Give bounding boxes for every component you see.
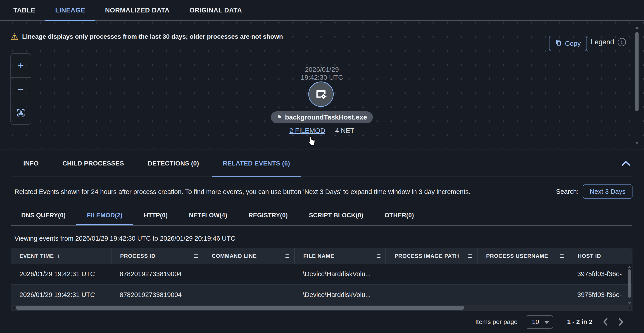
process-name: backgroundTaskHost.exe xyxy=(285,113,367,121)
viewing-range-text: Viewing events from 2026/01/29 19:42:30 … xyxy=(14,235,644,242)
scroll-right-arrow[interactable] xyxy=(628,306,631,310)
table-vertical-scrollbar[interactable] xyxy=(628,265,631,304)
tab-info[interactable]: INFO xyxy=(12,149,50,177)
mouse-pointer-hand-icon xyxy=(306,134,319,148)
pagination-range: 1 - 2 in 2 xyxy=(567,318,592,325)
table-horizontal-scrollbar[interactable] xyxy=(11,305,632,310)
tab-netflow[interactable]: NETFLOW(4) xyxy=(178,205,238,226)
fit-graph-icon xyxy=(16,108,26,118)
fit-to-view-button[interactable] xyxy=(11,101,31,124)
column-menu-icon[interactable] xyxy=(468,254,472,258)
event-type-tab-bar: DNS QUERY(0) FILEMOD(2) HTTP(0) NETFLOW(… xyxy=(0,205,644,226)
page-size-value: 10 xyxy=(532,318,539,325)
dropdown-caret-icon xyxy=(544,321,549,324)
scroll-up-arrow[interactable] xyxy=(636,26,638,29)
chevron-left-icon xyxy=(602,318,608,326)
copy-button[interactable]: Copy xyxy=(549,36,587,51)
process-event-links: 2 FILEMOD 4 NET xyxy=(289,127,354,134)
column-header-file-name[interactable]: FILE NAME xyxy=(294,248,386,264)
tab-dns-query[interactable]: DNS QUERY(0) xyxy=(11,205,76,226)
events-table: EVENT TIME ↓ PROCESS ID COMMAND LINE FIL… xyxy=(11,248,632,311)
tab-script-block[interactable]: SCRIPT BLOCK(0) xyxy=(298,205,374,226)
tab-table[interactable]: TABLE xyxy=(4,0,45,21)
items-per-page-label: Items per page xyxy=(475,318,518,325)
process-lineage-view: TABLE LINEAGE NORMALIZED DATA ORIGINAL D… xyxy=(0,0,644,333)
process-window-gear-icon xyxy=(315,88,327,101)
copy-button-label: Copy xyxy=(565,40,581,47)
scroll-left-arrow[interactable] xyxy=(12,306,14,310)
legend-group: Legend i xyxy=(591,38,626,46)
process-name-pill[interactable]: ⚑ backgroundTaskHost.exe xyxy=(271,111,373,123)
zoom-in-button[interactable]: + xyxy=(11,54,31,77)
column-header-event-time[interactable]: EVENT TIME ↓ xyxy=(11,248,111,264)
search-label: Search: xyxy=(556,188,579,195)
chevron-up-icon xyxy=(622,160,630,166)
tab-lineage[interactable]: LINEAGE xyxy=(45,0,95,21)
zoom-controls: + − xyxy=(10,53,31,125)
tab-detections[interactable]: DETECTIONS (0) xyxy=(137,149,210,177)
tab-normalized-data[interactable]: NORMALIZED DATA xyxy=(95,0,180,21)
column-header-process-id[interactable]: PROCESS ID xyxy=(111,248,203,264)
scrollbar-thumb[interactable] xyxy=(628,269,631,298)
process-node-timestamp: 2026/01/29 19:42:30 UTC xyxy=(277,66,367,81)
chevron-right-icon xyxy=(618,318,624,326)
tab-filemod[interactable]: FILEMOD(2) xyxy=(76,205,133,226)
sort-descending-icon: ↓ xyxy=(57,252,60,260)
warning-triangle-icon: ⚠ xyxy=(10,32,18,41)
cell-process-id: 87820192733819004 xyxy=(111,291,203,298)
legend-label: Legend xyxy=(591,38,614,46)
lineage-warning: ⚠ Lineage displays only processes from t… xyxy=(10,32,283,41)
legend-info-icon[interactable]: i xyxy=(618,38,626,46)
warning-text: Lineage displays only processes from the… xyxy=(22,33,283,40)
cell-file-name: \Device\HarddiskVolu... xyxy=(294,291,386,298)
related-events-description: Related Events shown for 24 hours after … xyxy=(14,188,470,196)
column-header-process-image-path[interactable]: PROCESS IMAGE PATH xyxy=(386,248,477,264)
top-tab-bar: TABLE LINEAGE NORMALIZED DATA ORIGINAL D… xyxy=(0,0,644,21)
column-menu-icon[interactable] xyxy=(286,254,289,258)
collapse-panel-button[interactable] xyxy=(622,160,630,167)
process-details-panel: INFO CHILD PROCESSES DETECTIONS (0) RELA… xyxy=(0,149,644,333)
cell-host-id: 3975fd03-f36e- xyxy=(569,270,632,278)
flag-icon: ⚑ xyxy=(277,114,282,121)
column-header-command-line[interactable]: COMMAND LINE xyxy=(203,248,294,264)
next-3-days-button[interactable]: Next 3 Days xyxy=(583,184,632,199)
column-menu-icon[interactable] xyxy=(560,254,564,258)
previous-page-button[interactable] xyxy=(602,318,608,326)
table-header-row: EVENT TIME ↓ PROCESS ID COMMAND LINE FIL… xyxy=(11,248,632,264)
scrollbar-thumb[interactable] xyxy=(16,306,464,310)
column-header-process-username[interactable]: PROCESS USERNAME xyxy=(477,248,569,264)
filemod-count-link[interactable]: 2 FILEMOD xyxy=(289,127,325,134)
cell-file-name: \Device\HarddiskVolu... xyxy=(294,270,386,278)
cell-event-time: 2026/01/29 19:42:31 UTC xyxy=(11,270,111,278)
table-row[interactable]: 2026/01/29 19:42:31 UTC 8782019273381900… xyxy=(11,284,632,305)
next-page-button[interactable] xyxy=(618,318,624,326)
cell-process-id: 87820192733819004 xyxy=(111,270,203,278)
scroll-down-arrow[interactable] xyxy=(628,302,631,304)
column-header-host-id[interactable]: HOST ID xyxy=(569,248,632,264)
zoom-out-button[interactable]: − xyxy=(11,77,31,101)
table-row[interactable]: 2026/01/29 19:42:31 UTC 8782019273381900… xyxy=(11,264,632,284)
page-size-dropdown[interactable]: 10 xyxy=(526,315,553,329)
search-group: Search: Next 3 Days xyxy=(556,184,632,199)
pagination-bar: Items per page 10 1 - 2 in 2 xyxy=(0,311,644,332)
tab-bar-divider xyxy=(11,225,632,226)
process-node[interactable] xyxy=(308,82,334,107)
tab-related-events[interactable]: RELATED EVENTS (6) xyxy=(212,149,301,177)
tab-other[interactable]: OTHER(0) xyxy=(374,205,424,226)
column-menu-icon[interactable] xyxy=(194,254,198,258)
tab-child-processes[interactable]: CHILD PROCESSES xyxy=(52,149,135,177)
column-menu-icon[interactable] xyxy=(377,254,380,258)
tab-original-data[interactable]: ORIGINAL DATA xyxy=(180,0,252,21)
net-count-link[interactable]: 4 NET xyxy=(335,127,354,134)
lineage-vertical-scrollbar[interactable] xyxy=(635,25,638,144)
cell-host-id: 3975fd03-f36e- xyxy=(569,291,632,298)
detail-tab-bar: INFO CHILD PROCESSES DETECTIONS (0) RELA… xyxy=(0,149,644,177)
tab-registry[interactable]: REGISTRY(0) xyxy=(238,205,298,226)
related-events-header: Related Events shown for 24 hours after … xyxy=(0,177,644,205)
copy-icon xyxy=(555,39,562,48)
scroll-up-arrow[interactable] xyxy=(628,265,631,268)
tab-http[interactable]: HTTP(0) xyxy=(133,205,178,226)
scroll-down-arrow[interactable] xyxy=(636,142,638,144)
scrollbar-thumb[interactable] xyxy=(635,32,638,111)
lineage-canvas[interactable]: ⚠ Lineage displays only processes from t… xyxy=(0,21,644,149)
